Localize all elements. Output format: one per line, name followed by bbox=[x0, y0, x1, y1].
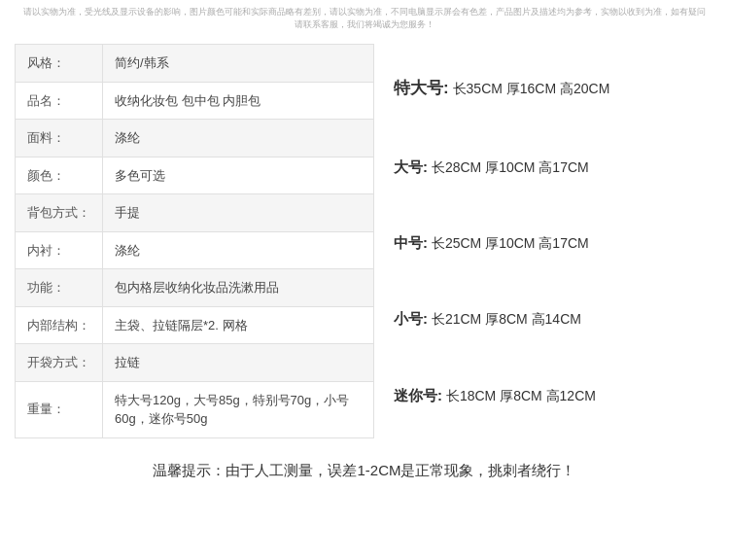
table-label: 面料： bbox=[16, 120, 103, 158]
table-label: 功能： bbox=[16, 269, 103, 307]
table-row: 内衬：涤纶 bbox=[16, 231, 374, 269]
table-label: 开袋方式： bbox=[16, 344, 103, 382]
table-label: 内衬： bbox=[16, 231, 103, 269]
size-spec-value: 长28CM 厚10CM 高17CM bbox=[432, 159, 589, 175]
table-value: 拉链 bbox=[103, 344, 374, 382]
size-spec-item-small: 小号: 长21CM 厚8CM 高14CM bbox=[394, 305, 714, 332]
table-value: 涤纶 bbox=[103, 120, 374, 158]
table-value: 包内格层收纳化妆品洗漱用品 bbox=[103, 269, 374, 307]
table-label: 内部结构： bbox=[16, 306, 103, 344]
table-value: 收纳化妆包 包中包 内胆包 bbox=[103, 82, 374, 120]
table-value: 手提 bbox=[103, 194, 374, 232]
size-spec-item-medium: 中号: 长25CM 厚10CM 高17CM bbox=[394, 229, 714, 256]
table-row: 重量：特大号120g，大号85g，特别号70g，小号60g，迷你号50g bbox=[16, 381, 374, 438]
product-specs-table: 风格：简约/韩系品名：收纳化妆包 包中包 内胆包面料：涤纶颜色：多色可选背包方式… bbox=[15, 44, 374, 438]
top-disclaimer: 请以实物为准，受光线及显示设备的影响，图片颜色可能和实际商品略有差别，请以实物为… bbox=[0, 0, 729, 34]
size-spec-item-large: 大号: 长28CM 厚10CM 高17CM bbox=[394, 154, 714, 180]
size-spec-value: 长21CM 厚8CM 高14CM bbox=[432, 311, 581, 327]
size-spec-label: 中号: bbox=[394, 234, 428, 251]
table-label: 背包方式： bbox=[16, 194, 103, 232]
size-spec-value: 长35CM 厚16CM 高20CM bbox=[453, 81, 610, 96]
size-spec-value: 长25CM 厚10CM 高17CM bbox=[432, 235, 589, 251]
size-spec-label: 特大号: bbox=[394, 79, 449, 97]
table-label: 颜色： bbox=[16, 157, 103, 194]
table-label: 品名： bbox=[16, 82, 103, 120]
table-row: 功能：包内格层收纳化妆品洗漱用品 bbox=[16, 269, 374, 307]
bottom-note: 温馨提示：由于人工测量，误差1-2CM是正常现象，挑刺者绕行！ bbox=[0, 448, 729, 490]
table-row: 品名：收纳化妆包 包中包 内胆包 bbox=[16, 82, 374, 120]
size-spec-value: 长18CM 厚8CM 高12CM bbox=[446, 388, 596, 403]
table-row: 开袋方式：拉链 bbox=[16, 344, 374, 382]
table-value: 主袋、拉链隔层*2. 网格 bbox=[103, 306, 374, 344]
table-value: 简约/韩系 bbox=[103, 45, 374, 83]
size-spec-item-extra-large: 特大号: 长35CM 厚16CM 高20CM bbox=[394, 74, 714, 104]
table-row: 内部结构：主袋、拉链隔层*2. 网格 bbox=[16, 306, 374, 344]
size-spec-label: 大号: bbox=[394, 158, 428, 175]
size-spec-label: 小号: bbox=[394, 310, 428, 327]
table-row: 风格：简约/韩系 bbox=[16, 45, 374, 83]
table-value: 涤纶 bbox=[103, 231, 374, 269]
table-value: 特大号120g，大号85g，特别号70g，小号60g，迷你号50g bbox=[103, 381, 374, 438]
table-row: 颜色：多色可选 bbox=[16, 157, 374, 194]
table-label: 重量： bbox=[16, 381, 103, 438]
table-label: 风格： bbox=[16, 45, 103, 83]
table-value: 多色可选 bbox=[103, 157, 374, 194]
size-spec-item-mini: 迷你号: 长18CM 厚8CM 高12CM bbox=[394, 382, 714, 408]
size-specs: 特大号: 长35CM 厚16CM 高20CM大号: 长28CM 厚10CM 高1… bbox=[384, 44, 714, 438]
table-row: 面料：涤纶 bbox=[16, 120, 374, 158]
table-row: 背包方式：手提 bbox=[16, 194, 374, 232]
size-spec-label: 迷你号: bbox=[394, 387, 442, 403]
